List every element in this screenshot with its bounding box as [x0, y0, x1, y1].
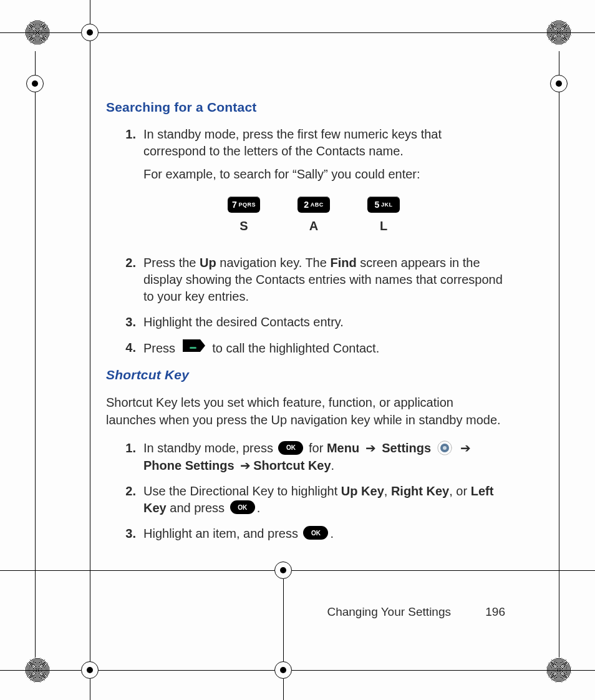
ok-key-icon: OK [303, 526, 328, 540]
phone-key-icon: 5 JKL [367, 197, 400, 213]
step-body: In standby mode, press the first few num… [143, 126, 505, 246]
step-item: 1. In standby mode, press OK for Menu ➔ … [106, 440, 505, 474]
phone-key-digit: 7 [232, 199, 237, 211]
section-heading: Searching for a Contact [106, 100, 505, 115]
crop-line [283, 679, 284, 700]
step-item: 3. Highlight an item, and press OK. [106, 525, 505, 542]
step-text-bold: Phone Settings [143, 459, 235, 472]
step-item: 1. In standby mode, press the first few … [106, 126, 505, 246]
crop-line [559, 51, 559, 75]
arrow-icon: ➔ [365, 441, 376, 455]
step-body: Press to call the highlighted Contact. [143, 339, 505, 359]
step-item: 2. Use the Directional Key to highlight … [106, 483, 505, 517]
crop-line [90, 41, 90, 661]
step-text: and press [167, 501, 228, 515]
step-text: Press [143, 341, 179, 355]
step-body: Highlight the desired Contacts entry. [143, 314, 505, 331]
step-text: Highlight an item, and press [143, 527, 301, 540]
registration-mark [274, 661, 292, 679]
step-text-bold: Menu [327, 441, 359, 455]
step-text: . [331, 459, 335, 472]
step-number: 4. [106, 339, 143, 359]
step-number: 2. [106, 255, 143, 305]
svg-point-3 [443, 446, 447, 450]
steps-list: 1. In standby mode, press the first few … [106, 126, 505, 359]
phone-key-row: 7 PQRS S 2 ABC A 5 [228, 197, 505, 235]
phone-key-letters: JKL [381, 201, 393, 208]
step-body: In standby mode, press OK for Menu ➔ Set… [143, 440, 505, 474]
crop-line [0, 570, 274, 571]
step-text-bold: Find [330, 256, 356, 270]
key-result-letter: L [380, 218, 387, 235]
step-body: Press the Up navigation key. The Find sc… [143, 255, 505, 305]
step-number: 2. [106, 483, 143, 517]
registration-mark [26, 75, 44, 92]
step-item: 2. Press the Up navigation key. The Find… [106, 255, 505, 305]
step-text: for [309, 441, 327, 455]
crop-line [99, 670, 274, 671]
crop-line [283, 579, 284, 661]
phone-key-letters: PQRS [238, 201, 256, 208]
phone-key-digit: 5 [375, 199, 380, 211]
call-key-icon [181, 338, 206, 357]
crop-line [90, 679, 90, 700]
step-body: Highlight an item, and press OK. [143, 525, 505, 542]
phone-key-letters: ABC [311, 201, 324, 208]
phone-key-col: 5 JKL L [367, 197, 400, 235]
step-number: 1. [106, 440, 143, 474]
crop-line [0, 670, 81, 671]
step-number: 3. [106, 525, 143, 542]
step-text: . [257, 501, 261, 515]
page-footer: Changing Your Settings 196 [106, 605, 505, 619]
crop-line [559, 92, 559, 658]
step-body: Use the Directional Key to highlight Up … [143, 483, 505, 517]
ok-key-icon: OK [230, 500, 255, 514]
footer-page-number: 196 [485, 605, 505, 618]
step-text: navigation key. The [216, 256, 331, 270]
crop-line [90, 0, 90, 24]
step-text: Use the Directional Key to highlight [143, 484, 341, 498]
step-text: , or [449, 484, 470, 498]
crop-line [99, 32, 595, 33]
key-result-letter: S [239, 218, 248, 235]
step-text: Press the [143, 256, 200, 270]
step-text: In standby mode, press the first few num… [143, 127, 442, 158]
section-intro: Shortcut Key lets you set which feature,… [106, 394, 505, 429]
step-text: to call the highlighted Contact. [212, 341, 379, 355]
step-text-bold: Up [200, 256, 216, 270]
page-content: Searching for a Contact 1. In standby mo… [106, 100, 505, 551]
step-text-bold: Settings [382, 441, 431, 455]
step-text: For example, to search for “Sally” you c… [143, 166, 505, 183]
crop-line [0, 32, 81, 33]
crop-line [35, 92, 36, 658]
arrow-icon: ➔ [240, 459, 251, 472]
svg-rect-0 [190, 347, 196, 349]
crop-line [292, 570, 595, 571]
step-text-bold: Up Key [341, 484, 384, 498]
step-item: 4. Press to call the highlighted Contact… [106, 339, 505, 359]
phone-key-col: 7 PQRS S [228, 197, 260, 235]
step-item: 3. Highlight the desired Contacts entry. [106, 314, 505, 331]
step-text: , [384, 484, 391, 498]
footer-section-name: Changing Your Settings [327, 605, 451, 618]
crop-line [35, 51, 36, 75]
step-text-bold: Shortcut Key [253, 459, 331, 472]
phone-key-col: 2 ABC A [298, 197, 330, 235]
step-number: 3. [106, 314, 143, 331]
registration-mark [81, 661, 99, 679]
phone-key-icon: 7 PQRS [228, 197, 260, 213]
registration-mark [81, 24, 99, 41]
step-text: In standby mode, press [143, 441, 276, 455]
ok-key-icon: OK [278, 441, 303, 455]
crop-line [292, 670, 595, 671]
steps-list: 1. In standby mode, press OK for Menu ➔ … [106, 440, 505, 542]
key-result-letter: A [309, 218, 318, 235]
registration-mark [550, 75, 568, 92]
phone-key-icon: 2 ABC [298, 197, 330, 213]
step-text-bold: Right Key [391, 484, 449, 498]
arrow-icon: ➔ [460, 441, 471, 455]
section-heading: Shortcut Key [106, 367, 505, 382]
settings-gear-icon [437, 440, 453, 456]
phone-key-digit: 2 [304, 199, 309, 211]
step-text: . [330, 527, 334, 540]
